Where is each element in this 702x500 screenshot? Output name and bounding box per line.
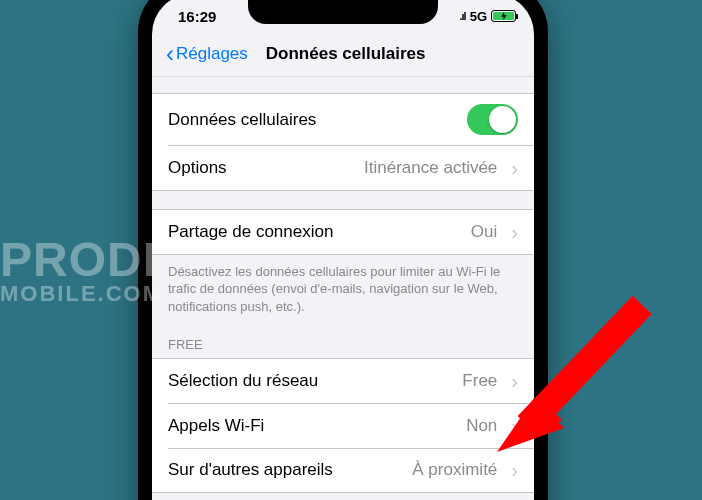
status-right: .ıl 5G (459, 9, 516, 24)
chevron-right-icon: › (511, 416, 518, 436)
cellular-footer-text: Désactivez les données cellulaires pour … (152, 255, 534, 320)
network-label: 5G (470, 9, 487, 24)
row-cellular-data[interactable]: Données cellulaires (152, 94, 534, 145)
other-devices-value: À proximité (412, 460, 497, 480)
chevron-right-icon: › (511, 158, 518, 178)
group-main: Données cellulaires Options Itinérance a… (152, 93, 534, 191)
page-title: Données cellulaires (266, 44, 426, 64)
row-other-devices[interactable]: Sur d'autres appareils À proximité › (152, 448, 534, 492)
content[interactable]: Données cellulaires Options Itinérance a… (152, 93, 534, 493)
network-selection-label: Sélection du réseau (168, 371, 454, 391)
wifi-calling-value: Non (466, 416, 497, 436)
options-value: Itinérance activée (364, 158, 497, 178)
group-hotspot: Partage de connexion Oui › (152, 209, 534, 255)
group-carrier: Sélection du réseau Free › Appels Wi-Fi … (152, 358, 534, 493)
phone-frame: 16:29 .ıl 5G ‹ Réglages Données cellulai… (138, 0, 548, 500)
row-hotspot[interactable]: Partage de connexion Oui › (152, 210, 534, 254)
back-label: Réglages (176, 44, 248, 64)
chevron-right-icon: › (511, 371, 518, 391)
nav-header: ‹ Réglages Données cellulaires (152, 38, 534, 77)
network-selection-value: Free (462, 371, 497, 391)
cellular-data-label: Données cellulaires (168, 110, 459, 130)
hotspot-label: Partage de connexion (168, 222, 463, 242)
carrier-section-header: FREE (152, 319, 534, 358)
wifi-calling-label: Appels Wi-Fi (168, 416, 458, 436)
svg-line-1 (540, 305, 642, 412)
cellular-data-toggle[interactable] (467, 104, 518, 135)
chevron-right-icon: › (511, 222, 518, 242)
chevron-left-icon: ‹ (166, 42, 174, 66)
chevron-right-icon: › (511, 460, 518, 480)
row-network-selection[interactable]: Sélection du réseau Free › (152, 359, 534, 403)
row-wifi-calling[interactable]: Appels Wi-Fi Non › (152, 404, 534, 448)
row-options[interactable]: Options Itinérance activée › (152, 146, 534, 190)
clock: 16:29 (178, 8, 216, 25)
back-button[interactable]: ‹ Réglages (166, 42, 248, 66)
options-label: Options (168, 158, 356, 178)
notch (248, 0, 438, 24)
charging-icon (500, 12, 508, 20)
hotspot-value: Oui (471, 222, 497, 242)
screen: 16:29 .ıl 5G ‹ Réglages Données cellulai… (152, 0, 534, 500)
battery-icon (491, 10, 516, 22)
other-devices-label: Sur d'autres appareils (168, 460, 404, 480)
signal-icon: .ıl (459, 10, 465, 22)
